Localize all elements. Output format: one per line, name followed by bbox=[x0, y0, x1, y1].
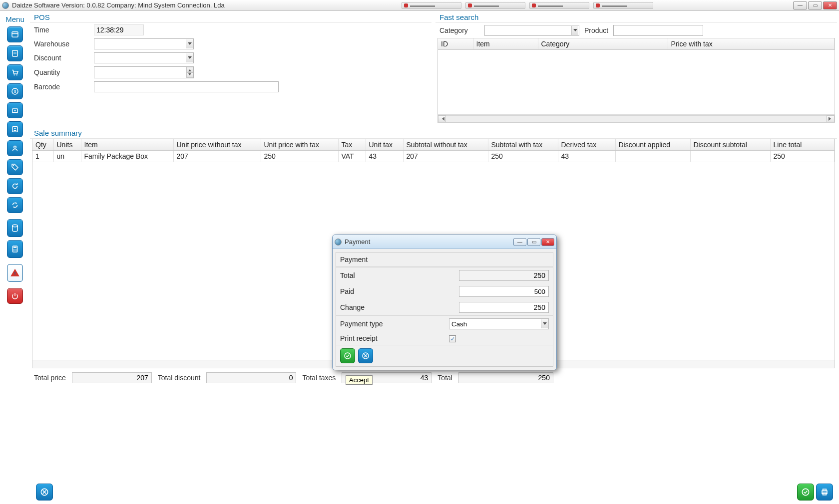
total-label: Total bbox=[437, 374, 452, 382]
sidebar: Menu $ bbox=[0, 11, 30, 504]
payment-paid-input[interactable] bbox=[459, 286, 549, 297]
scroll-left-icon[interactable] bbox=[438, 115, 446, 122]
svg-point-5 bbox=[13, 74, 14, 75]
sidebar-btn-2[interactable] bbox=[7, 45, 23, 61]
col-category[interactable]: Category bbox=[538, 38, 668, 50]
sidebar-btn-refresh[interactable] bbox=[7, 178, 23, 194]
svg-point-20 bbox=[16, 249, 17, 250]
print-receipt-checkbox[interactable] bbox=[449, 335, 456, 342]
spinner-down-icon[interactable] bbox=[186, 72, 193, 78]
sidebar-btn-cart[interactable] bbox=[7, 64, 23, 80]
total-discount-label: Total discount bbox=[158, 374, 201, 382]
dialog-close-button[interactable]: ✕ bbox=[541, 238, 554, 246]
svg-point-34 bbox=[345, 353, 351, 359]
confirm-action-button[interactable] bbox=[797, 484, 814, 501]
sidebar-btn-money[interactable]: $ bbox=[7, 83, 23, 99]
svg-point-13 bbox=[14, 146, 16, 149]
svg-point-18 bbox=[13, 249, 14, 250]
sidebar-btn-tag[interactable] bbox=[7, 159, 23, 175]
col-units[interactable]: Units bbox=[53, 139, 81, 151]
sidebar-btn-warning[interactable] bbox=[7, 264, 23, 282]
col-disc-applied[interactable]: Discount applied bbox=[615, 139, 690, 151]
col-item[interactable]: Item bbox=[81, 139, 173, 151]
svg-point-12 bbox=[14, 128, 16, 129]
col-sub-tax[interactable]: Subtotal with tax bbox=[488, 139, 558, 151]
category-label: Category bbox=[439, 26, 479, 34]
app-icon bbox=[2, 2, 9, 9]
print-action-button[interactable] bbox=[816, 484, 833, 501]
discount-select[interactable] bbox=[94, 52, 194, 63]
print-receipt-label: Print receipt bbox=[340, 334, 449, 342]
cancel-action-button[interactable] bbox=[36, 484, 53, 501]
col-up-tax[interactable]: Unit price with tax bbox=[261, 139, 338, 151]
scroll-right-icon[interactable] bbox=[827, 115, 835, 122]
svg-point-19 bbox=[14, 249, 15, 250]
col-line-total[interactable]: Line total bbox=[770, 139, 835, 151]
payment-type-select[interactable] bbox=[449, 318, 549, 329]
col-item[interactable]: Item bbox=[473, 38, 538, 50]
payment-section-title: Payment bbox=[336, 252, 553, 267]
col-id[interactable]: ID bbox=[438, 38, 473, 50]
total-price-value: 207 bbox=[72, 372, 152, 383]
product-label: Product bbox=[584, 26, 608, 34]
col-sub-no-tax[interactable]: Subtotal without tax bbox=[403, 139, 488, 151]
sidebar-btn-user[interactable] bbox=[7, 140, 23, 156]
warehouse-select[interactable] bbox=[94, 38, 194, 49]
col-derived-tax[interactable]: Derived tax bbox=[558, 139, 615, 151]
svg-point-22 bbox=[14, 250, 15, 251]
app-icon bbox=[335, 239, 342, 246]
col-qty[interactable]: Qty bbox=[32, 139, 53, 151]
product-input[interactable] bbox=[613, 25, 703, 36]
dialog-maximize-button[interactable]: ▭ bbox=[527, 238, 540, 246]
sale-summary-title: Sale summary bbox=[30, 127, 837, 139]
chevron-down-icon bbox=[571, 26, 578, 35]
bottom-action-bar bbox=[30, 482, 837, 502]
col-tax[interactable]: Tax bbox=[338, 139, 366, 151]
sidebar-btn-sync[interactable] bbox=[7, 197, 23, 213]
sidebar-btn-db[interactable] bbox=[7, 219, 23, 237]
payment-cancel-button[interactable] bbox=[358, 348, 373, 363]
window-title: Daidze Software Version: 0.0.82 Company:… bbox=[12, 1, 225, 9]
payment-accept-button[interactable] bbox=[340, 348, 355, 363]
payment-total-label: Total bbox=[340, 271, 459, 279]
dialog-minimize-button[interactable]: — bbox=[513, 238, 526, 246]
close-button[interactable]: ✕ bbox=[823, 1, 837, 9]
col-price[interactable]: Price with tax bbox=[668, 38, 835, 50]
sidebar-btn-contact[interactable] bbox=[7, 121, 23, 137]
quantity-label: Quantity bbox=[34, 68, 94, 76]
maximize-button[interactable]: ▭ bbox=[808, 1, 822, 9]
pos-panel-title: POS bbox=[30, 11, 431, 23]
fs-scrollbar[interactable] bbox=[438, 114, 835, 122]
payment-dialog-titlebar[interactable]: Payment — ▭ ✕ bbox=[333, 235, 556, 249]
sidebar-btn-power[interactable] bbox=[7, 288, 23, 304]
category-select[interactable] bbox=[484, 25, 579, 36]
sidebar-btn-5[interactable] bbox=[7, 102, 23, 118]
svg-point-14 bbox=[13, 165, 14, 166]
time-label: Time bbox=[34, 26, 94, 34]
barcode-label: Barcode bbox=[34, 83, 94, 91]
minimize-button[interactable]: — bbox=[793, 1, 807, 9]
svg-rect-2 bbox=[12, 50, 18, 56]
barcode-input[interactable] bbox=[94, 81, 279, 92]
svg-point-26 bbox=[14, 274, 15, 275]
time-value: 12:38:29 bbox=[94, 24, 144, 35]
spinner-up-icon[interactable] bbox=[186, 67, 193, 72]
quantity-spinner[interactable] bbox=[94, 66, 194, 78]
menu-label: Menu bbox=[5, 15, 24, 23]
background-window-thumbs: ▬▬▬▬▬ ▬▬▬▬▬ ▬▬▬▬▬ ▬▬▬▬▬ bbox=[402, 2, 653, 9]
payment-change-value: 250 bbox=[459, 302, 549, 313]
col-unit-tax[interactable]: Unit tax bbox=[366, 139, 403, 151]
svg-rect-32 bbox=[823, 489, 827, 491]
fast-search-title: Fast search bbox=[435, 11, 837, 23]
total-price-label: Total price bbox=[34, 374, 66, 382]
sidebar-btn-calc[interactable] bbox=[7, 240, 23, 258]
payment-paid-label: Paid bbox=[340, 287, 459, 295]
payment-dialog: Payment — ▭ ✕ Payment Total 250 Paid Cha… bbox=[332, 235, 557, 370]
pos-panel: POS Time 12:38:29 Warehouse Discount Qua… bbox=[30, 11, 431, 123]
table-row[interactable]: 1 un Family Package Box 207 250 VAT 43 2… bbox=[32, 151, 835, 162]
col-disc-sub[interactable]: Discount subtotal bbox=[690, 139, 770, 151]
sidebar-btn-1[interactable] bbox=[7, 26, 23, 42]
col-up-no-tax[interactable]: Unit price without tax bbox=[173, 139, 261, 151]
total-discount-value: 0 bbox=[206, 372, 296, 383]
fast-search-grid[interactable]: ID Item Category Price with tax bbox=[437, 38, 835, 123]
